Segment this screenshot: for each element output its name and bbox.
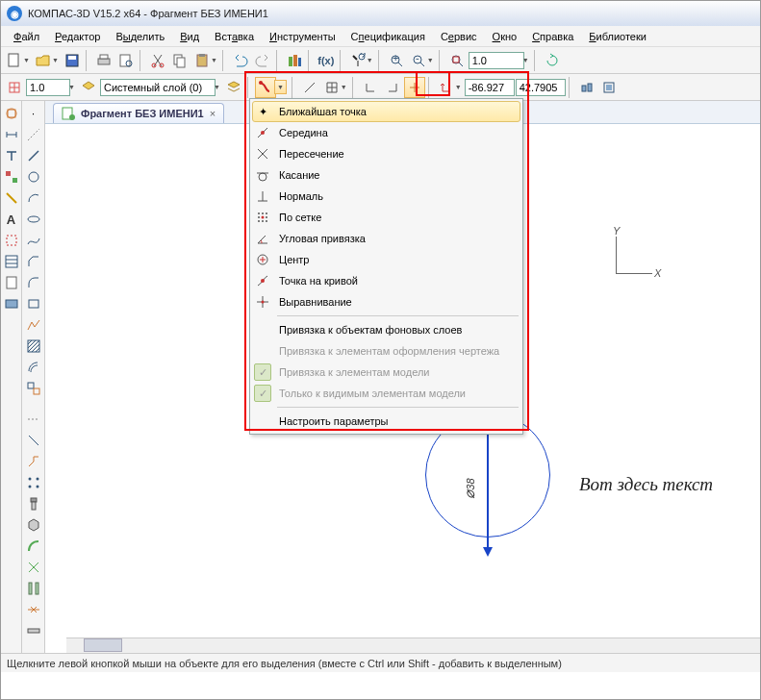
vars-button[interactable]: f(x)	[316, 50, 337, 71]
snap-bg-layers-item[interactable]: Привязка к объектам фоновых слоев	[252, 319, 520, 340]
layer-btn[interactable]	[78, 77, 99, 98]
autoline-button[interactable]	[24, 315, 43, 335]
paste-button[interactable]	[191, 50, 213, 71]
horizontal-scrollbar[interactable]	[66, 638, 760, 653]
local-cs-dropdown[interactable]: ▼	[455, 84, 462, 90]
menu-help[interactable]: Справка	[525, 29, 580, 44]
shaft-button[interactable]	[24, 621, 43, 640]
spec-panel-icon[interactable]	[2, 252, 21, 271]
weld-button[interactable]	[24, 600, 43, 619]
menu-spec[interactable]: Спецификация	[344, 29, 432, 44]
menu-view[interactable]: Вид	[173, 29, 206, 44]
array-button[interactable]	[24, 473, 43, 492]
layer-input[interactable]	[100, 79, 216, 96]
open-dropdown[interactable]: ▼	[52, 57, 59, 63]
coord-y-input[interactable]	[516, 79, 566, 96]
snap-align-item[interactable]: Выравнивание	[252, 291, 520, 312]
aux-line2-button[interactable]	[24, 410, 43, 429]
fit-button[interactable]	[446, 50, 468, 71]
hatch-button[interactable]	[24, 337, 43, 356]
redo-button[interactable]	[252, 50, 273, 71]
text-entity[interactable]: Вот здесь текст	[579, 474, 713, 495]
edit-panel-icon[interactable]	[2, 167, 21, 187]
point-button[interactable]: ·	[24, 104, 43, 123]
menu-window[interactable]: Окно	[486, 29, 524, 44]
circle-button[interactable]	[24, 167, 43, 187]
menu-tools[interactable]: Инструменты	[263, 29, 342, 44]
snap-intersect-item[interactable]: Пересечение	[252, 143, 520, 164]
snap-center-item[interactable]: Центр	[252, 249, 520, 270]
layer-dropdown[interactable]: ▼	[214, 84, 220, 90]
chamfer-button[interactable]	[24, 252, 43, 271]
pipe-button[interactable]	[24, 537, 43, 556]
snap-nearest-item[interactable]: ✦Ближайшая точка	[252, 101, 520, 122]
ellipse-button[interactable]	[24, 210, 43, 229]
menu-file[interactable]: Файл	[7, 29, 46, 44]
menu-select[interactable]: Выделить	[109, 29, 171, 44]
snap-grid-item[interactable]: По сетке	[252, 207, 520, 228]
grid-button[interactable]	[321, 77, 342, 98]
report-panel-icon[interactable]	[2, 273, 21, 292]
zoom-input-dropdown[interactable]: ▼	[522, 57, 529, 63]
scale-dropdown[interactable]: ▼	[68, 84, 75, 90]
aux-line-button[interactable]	[24, 125, 43, 144]
new-button[interactable]	[4, 50, 25, 71]
arc-button[interactable]	[24, 188, 43, 208]
copy-button[interactable]	[169, 50, 190, 71]
undo-button[interactable]	[230, 50, 251, 71]
geometry-panel-icon[interactable]	[2, 104, 21, 123]
preview-button[interactable]	[115, 50, 137, 71]
open-button[interactable]	[33, 50, 54, 71]
snap-angle-item[interactable]: Угловая привязка	[252, 228, 520, 249]
flange-button[interactable]	[24, 579, 43, 598]
diameter-dim-text[interactable]: ⌀38	[461, 478, 478, 498]
zoom-input[interactable]	[469, 52, 524, 69]
nut-button[interactable]	[24, 515, 43, 535]
paste-dropdown[interactable]: ▼	[211, 57, 217, 63]
line2-button[interactable]	[24, 431, 43, 450]
snap-toggle-button[interactable]	[255, 77, 276, 98]
bolt-button[interactable]	[24, 494, 43, 513]
ortho2-button[interactable]	[382, 77, 403, 98]
coord-x-input[interactable]	[465, 79, 515, 96]
document-tab[interactable]: Фрагмент БЕЗ ИМЕНИ1 ×	[53, 103, 224, 123]
collect-button[interactable]	[24, 379, 43, 398]
diameter-dim-line[interactable]	[487, 430, 489, 555]
snap-configure-item[interactable]: Настроить параметры	[252, 411, 520, 432]
grid-dropdown[interactable]: ▼	[341, 84, 347, 90]
scale-input[interactable]	[26, 79, 70, 96]
measure-panel-icon[interactable]: A	[2, 210, 21, 229]
last-btn2[interactable]	[598, 77, 620, 98]
spline-button[interactable]	[24, 231, 43, 250]
snap-item-1[interactable]	[299, 77, 320, 98]
tab-close-icon[interactable]: ×	[210, 108, 216, 119]
valve-button[interactable]	[24, 558, 43, 577]
snap-oncurve-item[interactable]: Точка на кривой	[252, 270, 520, 291]
round-button[interactable]	[404, 77, 425, 98]
zoom-window-button[interactable]: +	[386, 50, 407, 71]
help-dropdown[interactable]: ▼	[367, 57, 373, 63]
print-button[interactable]	[93, 50, 114, 71]
select-panel-icon[interactable]	[2, 231, 21, 250]
snap-tangent-item[interactable]: Касание	[252, 164, 520, 186]
rect-button[interactable]	[24, 294, 43, 313]
menu-lib[interactable]: Библиотеки	[582, 29, 653, 44]
snap-normal-item[interactable]: Нормаль	[252, 186, 520, 207]
layer-manage-button[interactable]	[223, 77, 244, 98]
snap-dropdown-arrow[interactable]: ▼	[274, 80, 287, 94]
insert-panel-icon[interactable]	[2, 294, 21, 313]
help-button[interactable]: ?	[347, 50, 368, 71]
param-panel-icon[interactable]	[2, 188, 21, 208]
new-dropdown[interactable]: ▼	[23, 57, 30, 63]
state-btn1[interactable]	[4, 77, 25, 98]
cut-button[interactable]	[147, 50, 168, 71]
menu-edit[interactable]: Редактор	[48, 29, 107, 44]
chain-button[interactable]	[24, 452, 43, 471]
equid-button[interactable]	[24, 358, 43, 377]
zoom-dropdown[interactable]: ▼	[427, 57, 434, 63]
save-button[interactable]	[62, 50, 83, 71]
menu-service[interactable]: Сервис	[434, 29, 484, 44]
fillet-button[interactable]	[24, 273, 43, 292]
lib-button[interactable]	[284, 50, 305, 71]
dim-panel-icon[interactable]	[2, 125, 21, 144]
